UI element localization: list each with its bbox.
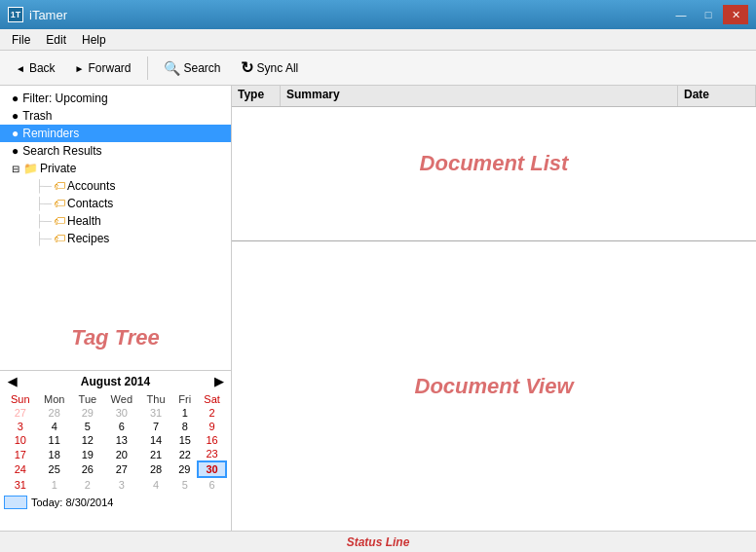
calendar-day[interactable]: 18 [37,447,72,461]
calendar-day[interactable]: 20 [103,447,140,461]
back-arrow-icon [16,61,25,75]
calendar-month-year: August 2014 [81,375,150,388]
calendar-day[interactable]: 2 [72,477,103,492]
title-bar-left: 1T iTamer [8,7,67,22]
toolbar-separator-1 [147,56,148,80]
calendar-day[interactable]: 27 [4,406,37,420]
tree-item-private[interactable]: ⊟📁Private [0,160,231,177]
calendar-today-row: Today: 8/30/2014 [4,496,227,509]
calendar-day[interactable]: 11 [37,433,72,447]
calendar-day[interactable]: 6 [198,477,226,492]
calendar-day[interactable]: 9 [198,420,226,433]
calendar-day[interactable]: 29 [171,461,198,477]
calendar-day[interactable]: 6 [103,420,140,433]
calendar-prev-button[interactable]: ◀ [4,375,20,388]
calendar-day[interactable]: 30 [198,461,226,477]
calendar-today-label: Today: 8/30/2014 [31,497,113,508]
col-date: Date [678,86,756,106]
menu-file[interactable]: File [4,31,38,49]
calendar-day[interactable]: 7 [140,420,172,433]
document-list-header: Type Summary Date [232,86,756,107]
calendar-day[interactable]: 1 [37,477,72,492]
document-view-label: Document View [415,374,574,399]
tree-item-recipes[interactable]: ├─🏷Recipes [0,230,231,247]
status-bar: Status Line [0,531,756,552]
tree-item-reminders[interactable]: ●Reminders [0,125,231,142]
calendar-day[interactable]: 5 [171,477,198,492]
menu-help[interactable]: Help [74,31,114,49]
col-summary: Summary [281,86,678,106]
calendar-day[interactable]: 16 [198,433,226,447]
calendar-day[interactable]: 19 [72,447,103,461]
forward-label: Forward [89,61,132,75]
window-controls: — □ ✕ [668,5,748,24]
sync-all-button[interactable]: Sync All [233,55,307,81]
tree-item-health[interactable]: ├─🏷Health [0,212,231,230]
today-box-icon [4,496,27,509]
calendar-day[interactable]: 28 [140,461,172,477]
calendar-day[interactable]: 4 [37,420,72,433]
calendar-day[interactable]: 10 [4,433,37,447]
calendar-day[interactable]: 4 [140,477,172,492]
left-panel: ●Filter: Upcoming●Trash●Reminders●Search… [0,86,232,531]
calendar-day[interactable]: 2 [198,406,226,420]
document-list-panel: Type Summary Date Document List [232,86,756,241]
calendar-day[interactable]: 13 [103,433,140,447]
search-icon [164,60,180,76]
calendar-day[interactable]: 25 [37,461,72,477]
tree-item-accounts[interactable]: ├─🏷Accounts [0,177,231,195]
search-label: Search [184,61,221,75]
calendar-day[interactable]: 17 [4,447,37,461]
app-icon: 1T [8,7,23,22]
tree-item-trash[interactable]: ●Trash [0,107,231,125]
calendar-day[interactable]: 21 [140,447,172,461]
document-list-label: Document List [420,151,569,176]
calendar-day[interactable]: 22 [171,447,198,461]
search-button[interactable]: Search [156,56,229,80]
back-button[interactable]: Back [8,57,63,79]
menu-bar: File Edit Help [0,29,756,51]
calendar-day[interactable]: 8 [171,420,198,433]
menu-edit[interactable]: Edit [38,31,74,49]
sync-all-label: Sync All [257,61,299,75]
calendar-day[interactable]: 1 [171,406,198,420]
tag-tree-area: ●Filter: Upcoming●Trash●Reminders●Search… [0,86,231,370]
calendar-day[interactable]: 31 [140,406,172,420]
minimize-button[interactable]: — [668,5,694,24]
status-line-text: Status Line [347,535,410,549]
calendar-next-button[interactable]: ▶ [210,375,227,388]
back-label: Back [29,61,56,75]
calendar-day[interactable]: 14 [140,433,172,447]
calendar-header: ◀ August 2014 ▶ [4,375,227,388]
forward-arrow-icon [75,61,85,75]
calendar-day[interactable]: 26 [72,461,103,477]
col-type: Type [232,86,281,106]
calendar-day[interactable]: 12 [72,433,103,447]
calendar-day[interactable]: 24 [4,461,37,477]
sync-icon [241,58,253,77]
tree-item-contacts[interactable]: ├─🏷Contacts [0,195,231,212]
window-title: iTamer [29,8,67,22]
document-view-panel: Document View [232,241,756,531]
main-content: ●Filter: Upcoming●Trash●Reminders●Search… [0,86,756,531]
tree-item-search-results[interactable]: ●Search Results [0,142,231,160]
calendar-area: ◀ August 2014 ▶ SunMonTueWedThuFriSat 27… [0,370,231,531]
calendar-day[interactable]: 30 [103,406,140,420]
calendar-day[interactable]: 23 [198,447,226,461]
calendar-day[interactable]: 31 [4,477,37,492]
calendar-day[interactable]: 29 [72,406,103,420]
calendar-grid: SunMonTueWedThuFriSat 272829303112345678… [4,392,227,492]
tree-item-filter:-upcoming[interactable]: ●Filter: Upcoming [0,90,231,107]
calendar-day[interactable]: 3 [4,420,37,433]
calendar-day[interactable]: 28 [37,406,72,420]
calendar-day[interactable]: 5 [72,420,103,433]
calendar-day[interactable]: 3 [103,477,140,492]
forward-button[interactable]: Forward [67,57,139,79]
close-button[interactable]: ✕ [723,5,748,24]
tag-tree-label: Tag Tree [71,325,159,350]
calendar-day[interactable]: 27 [103,461,140,477]
title-bar: 1T iTamer — □ ✕ [0,0,756,29]
maximize-button[interactable]: □ [696,5,721,24]
toolbar: Back Forward Search Sync All [0,51,756,86]
calendar-day[interactable]: 15 [171,433,198,447]
